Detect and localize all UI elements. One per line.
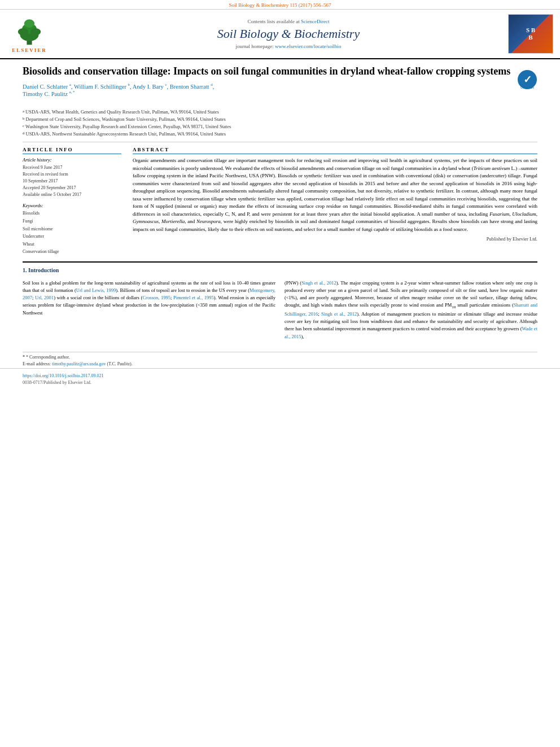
journal-header-center: Contents lists available at ScienceDirec… bbox=[75, 19, 502, 49]
intro-col-1: Soil loss is a global problem for the lo… bbox=[23, 279, 275, 343]
ref-singh-2012b[interactable]: Singh et al., 2012 bbox=[321, 311, 357, 317]
article-info-col: ARTICLE INFO Article history: Received 9… bbox=[23, 147, 121, 256]
keywords-title: Keywords: bbox=[23, 203, 121, 208]
abstract-text: Organic amendments and conservation till… bbox=[133, 157, 537, 233]
author-sharratt: Brenton Sharratt bbox=[170, 84, 209, 90]
abstract-header: ABSTRACT bbox=[133, 147, 537, 154]
affiliations: a USDA-ARS, Wheat Health, Genetics and Q… bbox=[23, 108, 537, 137]
elsevier-logo-area: ELSEVIER bbox=[7, 15, 75, 53]
svg-point-4 bbox=[18, 28, 28, 35]
author-schlatter: Daniel C. Schlatter bbox=[23, 84, 68, 90]
genus-neurospora: Neurospora bbox=[196, 219, 221, 224]
article-title-section: Biosolids and conservation tillage: Impa… bbox=[23, 65, 537, 104]
svg-point-5 bbox=[30, 28, 41, 35]
journal-citation: Soil Biology & Biochemistry 115 (2017) 5… bbox=[229, 2, 331, 8]
doi-link[interactable]: https://doi.org/10.1016/j.soilbio.2017.0… bbox=[23, 373, 103, 378]
genus-gymnoascus: Gymnoascus bbox=[133, 219, 159, 224]
svg-point-3 bbox=[24, 19, 34, 28]
intro-para-1: Soil loss is a global problem for the lo… bbox=[23, 279, 275, 317]
intro-para-2: (PNW) (Singh et al., 2012). The major cr… bbox=[285, 279, 537, 340]
journal-citation-bar: Soil Biology & Biochemistry 115 (2017) 5… bbox=[0, 0, 560, 10]
keyword-wheat: Wheat bbox=[23, 241, 121, 248]
corresponding-author-note: * * Corresponding author. bbox=[23, 355, 537, 360]
svg-text:✓: ✓ bbox=[523, 74, 532, 85]
ref-pimentel[interactable]: Pimentel et al., 1995 bbox=[173, 295, 214, 300]
author-email-link[interactable]: timothy.paulitz@ars.usda.gov bbox=[52, 361, 106, 366]
author-paulitz: Timothy C. Paulitz bbox=[23, 90, 68, 97]
affil-c: c Washington State University, Puyallup … bbox=[23, 123, 537, 130]
keyword-fungi: Fungi bbox=[23, 217, 121, 225]
article-history-title: Article history: bbox=[23, 157, 121, 163]
crossmark-icon: ✓ CrossMark bbox=[517, 69, 537, 90]
crossmark-logo[interactable]: ✓ CrossMark bbox=[517, 69, 537, 91]
history-accepted: Accepted 20 September 2017 bbox=[23, 185, 121, 191]
ref-crosson[interactable]: Crosson, 1995 bbox=[142, 295, 170, 300]
journal-title: Soil Biology & Biochemistry bbox=[75, 27, 502, 41]
intro-title: Introduction bbox=[28, 267, 59, 273]
history-revised-date: 10 September 2017 bbox=[23, 178, 121, 185]
science-direct-line: Contents lists available at ScienceDirec… bbox=[75, 19, 502, 24]
keyword-soil-microbiome: Soil microbiome bbox=[23, 225, 121, 233]
affil-d: d USDA-ARS, Northwest Sustainable Agroec… bbox=[23, 130, 537, 138]
intro-body-columns: Soil loss is a global problem for the lo… bbox=[23, 276, 537, 343]
article-authors: Daniel C. Schlatter a, William F. Schill… bbox=[23, 82, 511, 97]
genus-mortierella: Mortierella bbox=[161, 219, 185, 224]
info-abstract-row: ARTICLE INFO Article history: Received 9… bbox=[23, 147, 537, 256]
article-title: Biosolids and conservation tillage: Impa… bbox=[23, 65, 511, 78]
email-note: E-mail address: timothy.paulitz@ars.usda… bbox=[23, 361, 537, 366]
abstract-col: ABSTRACT Organic amendments and conserva… bbox=[133, 147, 537, 256]
ref-wade-2015[interactable]: Wade et al., 2015 bbox=[285, 326, 537, 339]
affil-b: b Department of Crop and Soil Sciences, … bbox=[23, 116, 537, 123]
keywords-list: Biosolids Fungi Soil microbiome Undercut… bbox=[23, 209, 121, 256]
elsevier-tree-icon bbox=[7, 15, 52, 46]
journal-homepage-link[interactable]: www.elsevier.com/locate/soilbio bbox=[275, 43, 341, 49]
history-online: Available online 5 October 2017 bbox=[23, 191, 121, 198]
introduction-section: 1. Introduction Soil loss is a global pr… bbox=[23, 267, 537, 343]
ref-url-2001[interactable]: Url, 2001 bbox=[35, 295, 54, 300]
history-received: Received 9 June 2017 bbox=[23, 164, 121, 171]
ref-singh-2012[interactable]: Singh et al., 2012 bbox=[301, 280, 336, 286]
author-bary: Andy I. Bary bbox=[133, 84, 164, 90]
footnote-section: * * Corresponding author. E-mail address… bbox=[0, 349, 560, 366]
keyword-conservation-tillage: Conservation tillage bbox=[23, 248, 121, 256]
keyword-biosolids: Biosolids bbox=[23, 209, 121, 217]
keyword-undercutter: Undercutter bbox=[23, 233, 121, 241]
article-content: Biosolids and conservation tillage: Impa… bbox=[0, 59, 560, 349]
article-info-header: ARTICLE INFO bbox=[23, 147, 121, 154]
elsevier-logo: ELSEVIER bbox=[7, 15, 52, 53]
divider-2 bbox=[23, 261, 537, 263]
affil-a: a USDA-ARS, Wheat Health, Genetics and Q… bbox=[23, 108, 537, 116]
svg-text:CrossMark: CrossMark bbox=[520, 86, 535, 89]
footnote-divider bbox=[23, 352, 537, 352]
article-title-text: Biosolids and conservation tillage: Impa… bbox=[23, 65, 511, 99]
abstract-published: Published by Elsevier Ltd. bbox=[133, 236, 537, 242]
elsevier-text: ELSEVIER bbox=[12, 47, 47, 53]
intro-heading: 1. Introduction bbox=[23, 267, 537, 273]
intro-col-2: (PNW) (Singh et al., 2012). The major cr… bbox=[285, 279, 537, 343]
genus-ulocladium: Ulocladium bbox=[512, 211, 536, 217]
ref-url-lewis[interactable]: Url and Lewis, 1999 bbox=[76, 287, 116, 293]
article-footer: https://doi.org/10.1016/j.soilbio.2017.0… bbox=[0, 368, 560, 389]
species-name: Triticum aestivum bbox=[473, 165, 510, 171]
history-revised-label: Received in revised form bbox=[23, 171, 121, 178]
journal-logo-area: S BB bbox=[502, 14, 553, 54]
author-schillinger: William F. Schillinger bbox=[74, 84, 126, 90]
science-direct-link[interactable]: ScienceDirect bbox=[301, 19, 329, 24]
journal-homepage-line: journal homepage: www.elsevier.com/locat… bbox=[75, 43, 502, 49]
divider-1 bbox=[23, 142, 537, 142]
sbb-logo-text: S BB bbox=[526, 27, 535, 41]
genus-fusarium: Fusarium bbox=[489, 211, 509, 217]
journal-logo-box: S BB bbox=[508, 14, 553, 54]
intro-number: 1. bbox=[23, 267, 27, 273]
doi-line: https://doi.org/10.1016/j.soilbio.2017.0… bbox=[23, 373, 537, 378]
issn-line: 0038-0717/Published by Elsevier Ltd. bbox=[23, 380, 537, 385]
journal-header: ELSEVIER Contents lists available at Sci… bbox=[0, 10, 560, 59]
